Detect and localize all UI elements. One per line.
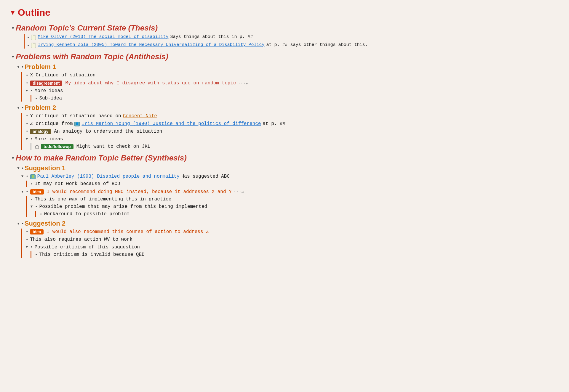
paul-abberley-link[interactable]: Paul Abberley (1993) Disabled people and… bbox=[37, 174, 180, 179]
paul-abberley-row: ▼ • 📗 Paul Abberley (1993) Disabled peop… bbox=[21, 173, 560, 180]
paul-abberley-children: • It may not work because of BCD bbox=[26, 181, 560, 187]
problem1-container: ▼ • Problem 1 • X Critique of situation … bbox=[17, 63, 560, 102]
doc-icon-1 bbox=[31, 35, 36, 40]
section-thesis-heading: • Random Topic's Current State (Thesis) bbox=[12, 23, 560, 33]
paul-abberley-text1: It may not work because of BCD bbox=[35, 181, 120, 187]
problem2-more-ideas: ▼ • More ideas todo/followup Might want … bbox=[26, 136, 560, 150]
bullet-2: • bbox=[27, 43, 29, 48]
thesis-item-2: • Irving Kenneth Zola (2005) Toward the … bbox=[27, 42, 560, 49]
sub-idea-text: Sub-idea bbox=[39, 96, 62, 101]
problem1-disagreement-text: My idea about why I disagree with status… bbox=[65, 81, 236, 86]
paul-abberley-post: Has suggested ABC bbox=[181, 174, 230, 179]
badge-todo: todo/followup bbox=[41, 144, 73, 149]
problem2-analogy: • analogy An analogy to understand the s… bbox=[26, 128, 560, 135]
suggestion2-chevron[interactable]: ▼ bbox=[17, 221, 20, 226]
problem1-ellipsis: ···↵ bbox=[238, 80, 249, 86]
idea-chevron[interactable]: ▼ bbox=[21, 190, 23, 194]
problem2-z-pre: Z critique from bbox=[30, 121, 73, 126]
problem2-chevron[interactable]: ▼ bbox=[17, 106, 20, 110]
suggestion1-heading: ▼ • Suggestion 1 bbox=[17, 164, 560, 172]
idea-row: ▼ • idea I would recommend doing MNO ins… bbox=[21, 188, 560, 195]
badge-idea-2: idea bbox=[30, 229, 44, 234]
problem1-label: Problem 1 bbox=[25, 63, 56, 71]
idea-child1-text: This is one way of implementing this in … bbox=[35, 197, 171, 202]
paul-abberley-chevron[interactable]: ▼ bbox=[21, 174, 23, 179]
doc-icon-2 bbox=[31, 43, 36, 48]
idea-ellipsis-1: ···↵ bbox=[234, 189, 244, 195]
todo-item: todo/followup Might want to check on JKL bbox=[35, 143, 560, 150]
thesis-link-1[interactable]: Mike Oliver (2013) The social model of d… bbox=[38, 34, 168, 39]
iris-link[interactable]: Iris Marion Young (1990) Justice and the… bbox=[81, 121, 261, 126]
synthesis-heading: • How to make Random Topic Better (Synth… bbox=[12, 153, 560, 163]
thesis-link-2[interactable]: Irving Kenneth Zola (2005) Toward the Ne… bbox=[38, 42, 264, 47]
problem2-y-pre: Y critique of situation based on bbox=[30, 113, 121, 119]
thesis-heading-text: Random Topic's Current State (Thesis) bbox=[16, 23, 158, 33]
badge-analogy: analogy bbox=[30, 129, 51, 134]
problem2-more-ideas-row: ▼ • More ideas bbox=[26, 136, 560, 142]
possible-problem-chevron[interactable]: ▼ bbox=[31, 205, 33, 209]
suggestion2-container: ▼ • Suggestion 2 • idea I would also rec… bbox=[17, 220, 560, 258]
suggestion1-chevron[interactable]: ▼ bbox=[17, 166, 20, 170]
possible-problem-group: ▼ • Possible problem that may arise from… bbox=[31, 203, 560, 217]
criticism-label: Possible criticism of this suggestion bbox=[35, 245, 140, 250]
synthesis-bullet: • bbox=[12, 155, 14, 161]
idea-child1: • This is one way of implementing this i… bbox=[31, 196, 560, 203]
workaround: • Workaround to possible problem bbox=[40, 211, 560, 217]
suggestion2-items: • idea I would also recommend this cours… bbox=[21, 229, 560, 258]
analogy-text: An analogy to understand the situation bbox=[54, 129, 162, 134]
section-thesis: • Random Topic's Current State (Thesis) … bbox=[9, 23, 560, 49]
more-ideas-chevron[interactable]: ▼ bbox=[26, 89, 28, 93]
problem2-item1: • Y critique of situation based on Conce… bbox=[26, 113, 560, 119]
synthesis-heading-text: How to make Random Topic Better (Synthes… bbox=[16, 153, 187, 163]
suggestion1-container: ▼ • Suggestion 1 ▼ • 📗 Paul Abberley (19… bbox=[17, 164, 560, 217]
idea-group: ▼ • idea I would recommend doing MNO ins… bbox=[21, 188, 560, 217]
criticism-group: ▼ • Possible criticism of this suggestio… bbox=[26, 244, 560, 258]
problem1-item2: • disagreement My idea about why I disag… bbox=[26, 80, 560, 86]
paul-abberley-group: ▼ • 📗 Paul Abberley (1993) Disabled peop… bbox=[21, 173, 560, 187]
more-ideas-label: More ideas bbox=[35, 88, 63, 94]
book-icon-2: 📗 bbox=[30, 174, 36, 179]
problem2-more-children: todo/followup Might want to check on JKL bbox=[31, 143, 560, 150]
thesis-border-group: • Mike Oliver (2013) The social model of… bbox=[24, 34, 560, 49]
problem2-label: Problem 2 bbox=[25, 104, 56, 112]
problem1-item1: • X Critique of situation bbox=[26, 72, 560, 78]
problem2-items: • Y critique of situation based on Conce… bbox=[21, 113, 560, 150]
suggestion2-label: Suggestion 2 bbox=[25, 220, 65, 227]
thesis-text-1: Says things about this in p. ## bbox=[170, 34, 253, 39]
outline-title-text: Outline bbox=[18, 7, 50, 18]
criticism-child1: • This criticism is invalid because QED bbox=[35, 251, 560, 258]
antithesis-heading: • Problems with Random Topic (Antithesis… bbox=[12, 52, 560, 61]
thesis-items: • Mike Oliver (2013) The social model of… bbox=[21, 34, 560, 49]
section-antithesis: • Problems with Random Topic (Antithesis… bbox=[9, 52, 560, 150]
criticism-row: ▼ • Possible criticism of this suggestio… bbox=[26, 244, 560, 250]
antithesis-bullet: • bbox=[12, 53, 14, 60]
criticism-chevron[interactable]: ▼ bbox=[26, 245, 28, 249]
todo-circle bbox=[35, 145, 39, 149]
problem2-item2: • Z critique from 📘 Iris Marion Young (1… bbox=[26, 121, 560, 127]
problem1-chevron[interactable]: ▼ bbox=[17, 65, 20, 69]
outline-title: ▼ Outline bbox=[9, 7, 560, 18]
problem2-more-chevron[interactable]: ▼ bbox=[26, 137, 28, 141]
thesis-text-2: at p. ## says other things about this. bbox=[266, 42, 368, 47]
bullet-1: • bbox=[27, 35, 29, 40]
possible-problem-row: ▼ • Possible problem that may arise from… bbox=[31, 203, 560, 210]
suggestion1-label: Suggestion 1 bbox=[25, 164, 65, 172]
antithesis-heading-text: Problems with Random Topic (Antithesis) bbox=[16, 52, 168, 61]
suggestion2-action-text: This also requires action WV to work bbox=[30, 237, 132, 242]
paul-abberley-child1: • It may not work because of BCD bbox=[31, 181, 560, 187]
suggestion2-heading: ▼ • Suggestion 2 bbox=[17, 220, 560, 227]
concept-note-link[interactable]: Concept Note bbox=[123, 113, 157, 119]
idea-text-1: I would recommend doing MNO instead, bec… bbox=[47, 189, 232, 195]
problem2-more-label: More ideas bbox=[35, 136, 63, 142]
badge-idea-1: idea bbox=[30, 189, 44, 195]
problem1-heading: ▼ • Problem 1 bbox=[17, 63, 560, 71]
problem1-text1: X Critique of situation bbox=[30, 73, 95, 78]
outline-chevron-icon[interactable]: ▼ bbox=[9, 9, 16, 17]
suggestion2-idea: • idea I would also recommend this cours… bbox=[26, 229, 560, 235]
thesis-item-1: • Mike Oliver (2013) The social model of… bbox=[27, 34, 560, 41]
problem2-container: ▼ • Problem 2 • Y critique of situation … bbox=[17, 104, 560, 150]
problem2-heading: ▼ • Problem 2 bbox=[17, 104, 560, 112]
badge-disagreement: disagreement bbox=[30, 81, 62, 86]
problem1-more-ideas: ▼ • More ideas • Sub-idea bbox=[26, 88, 560, 102]
suggestion2-idea-text: I would also recommend this course of ac… bbox=[47, 229, 209, 234]
